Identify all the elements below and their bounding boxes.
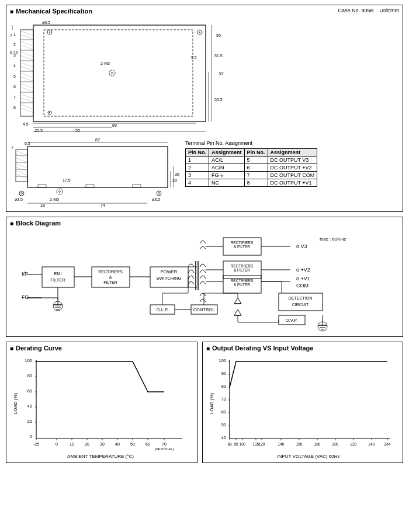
svg-text:& FILTER: & FILTER — [234, 283, 250, 287]
svg-rect-67 — [16, 149, 27, 182]
svg-text:O.L.P.: O.L.P. — [157, 307, 168, 312]
svg-line-10 — [20, 31, 33, 36]
svg-line-18 — [20, 73, 33, 78]
svg-line-77 — [16, 171, 27, 175]
derating-title: Derating Curve — [10, 345, 193, 352]
output-derating-svg: 100 90 80 70 60 50 40 LOAD (%) — [206, 354, 399, 459]
svg-text:51.5: 51.5 — [214, 54, 223, 58]
table-row: 2AC/N6DC OUTPUT +V2 — [186, 164, 317, 172]
svg-text:88: 88 — [227, 442, 232, 446]
svg-text:RECTIFIERS: RECTIFIERS — [231, 241, 254, 245]
terminal-table-container: Terminal Pin No. Assignment Pin No. Assi… — [185, 140, 317, 187]
svg-line-12 — [20, 41, 33, 46]
block-diagram-svg: I/P FG EMI FILTER — [10, 229, 407, 334]
svg-line-13 — [20, 45, 33, 50]
svg-marker-158 — [234, 310, 241, 315]
svg-text:LOAD (%): LOAD (%) — [209, 392, 214, 414]
svg-text:95: 95 — [216, 33, 221, 37]
svg-text:4: 4 — [13, 64, 16, 68]
svg-line-23 — [20, 98, 33, 102]
terminal-pin-table: Pin No. Assignment Pin No. Assignment 1A… — [185, 148, 317, 187]
svg-text:200: 200 — [332, 442, 339, 446]
svg-text:20.5: 20.5 — [34, 128, 43, 133]
table-row: 3FG ⏚7DC OUTPUT COM — [186, 172, 317, 179]
svg-text:COM: COM — [296, 283, 309, 288]
svg-text:EMI: EMI — [54, 271, 61, 276]
svg-text:95: 95 — [234, 442, 238, 446]
svg-point-39 — [112, 72, 113, 74]
mech-spec-title: Mechanical Specification — [10, 8, 92, 15]
svg-line-24 — [20, 105, 33, 109]
svg-point-82 — [57, 189, 63, 194]
svg-text:RECTIFIERS: RECTIFIERS — [231, 279, 254, 283]
svg-text:74: 74 — [100, 203, 105, 207]
svg-point-80 — [21, 193, 23, 194]
svg-point-85 — [157, 191, 161, 196]
svg-text:220: 220 — [351, 442, 357, 446]
svg-text:100: 100 — [219, 358, 226, 363]
svg-text:50: 50 — [130, 442, 135, 446]
svg-text:ø3.5: ø3.5 — [152, 197, 160, 201]
svg-text:O.V.P.: O.V.P. — [286, 318, 297, 323]
svg-text:CONTROL: CONTROL — [193, 307, 215, 312]
svg-text:60: 60 — [145, 442, 150, 446]
derating-chart: 100 80 60 40 20 0 LOAD (%) — [10, 354, 193, 460]
terminal-header-2: Pin No. — [244, 149, 268, 157]
svg-text:0: 0 — [30, 434, 32, 439]
svg-text:20: 20 — [27, 419, 32, 424]
svg-text:fosc : 60KHz: fosc : 60KHz — [320, 237, 346, 242]
svg-text:10: 10 — [70, 442, 74, 446]
svg-line-19 — [20, 77, 33, 81]
svg-text:120: 120 — [259, 442, 265, 446]
svg-line-75 — [16, 164, 27, 168]
svg-text:5: 5 — [13, 74, 16, 78]
mech-bottom-drawing: 87 6.5 — [10, 138, 179, 208]
derating-curve-section: Derating Curve 100 80 60 40 20 — [6, 342, 197, 463]
output-derating-title: Output Derating VS Input Voltage — [206, 345, 399, 352]
svg-text:2-M3: 2-M3 — [50, 197, 59, 201]
svg-text:&: & — [109, 275, 112, 279]
terminal-header-3: Assignment — [268, 149, 317, 157]
mech-top-drawing: 1 2 3 4 5 6 7 8 — [10, 19, 232, 133]
svg-rect-63 — [27, 147, 168, 187]
svg-text:2-M3: 2-M3 — [100, 61, 110, 65]
ip-label: I/P — [22, 271, 28, 277]
svg-text:70: 70 — [162, 442, 167, 446]
svg-text:DETECTION: DETECTION — [289, 296, 312, 300]
svg-text:8.25: 8.25 — [10, 51, 18, 55]
block-diagram-area: I/P FG EMI FILTER — [10, 229, 399, 334]
table-row: 4NC8DC OUTPUT +V1 — [186, 179, 317, 187]
derating-row: Derating Curve 100 80 60 40 20 — [6, 342, 403, 463]
output-derating-chart: 100 90 80 70 60 50 40 LOAD (%) — [206, 354, 399, 460]
svg-line-20 — [20, 84, 33, 88]
svg-text:97: 97 — [219, 71, 224, 75]
svg-marker-156 — [234, 298, 241, 304]
svg-point-37 — [199, 32, 200, 33]
svg-text:70: 70 — [221, 397, 226, 402]
svg-text:7: 7 — [11, 146, 13, 150]
derating-svg: 100 80 60 40 20 0 LOAD (%) — [10, 354, 191, 459]
svg-text:36: 36 — [175, 172, 179, 176]
svg-text:90: 90 — [221, 371, 226, 376]
svg-text:& FILTER: & FILTER — [234, 268, 250, 272]
terminal-header-1: Assignment — [209, 149, 245, 157]
svg-text:6: 6 — [13, 85, 16, 89]
svg-text:17.5: 17.5 — [63, 178, 71, 182]
svg-text:80: 80 — [27, 373, 32, 378]
svg-line-73 — [16, 154, 27, 159]
svg-text:160: 160 — [296, 442, 303, 446]
svg-text:99: 99 — [117, 133, 122, 133]
svg-rect-2 — [20, 30, 33, 116]
svg-text:7: 7 — [13, 95, 16, 99]
svg-text:87: 87 — [95, 138, 100, 142]
page: Mechanical Specification Case No. 905B U… — [0, 0, 409, 468]
svg-text:FILTER: FILTER — [50, 277, 65, 283]
svg-text:0: 0 — [56, 442, 58, 446]
svg-line-72 — [16, 151, 27, 155]
svg-text:1: 1 — [13, 32, 16, 36]
svg-line-15 — [20, 55, 33, 60]
svg-text:50: 50 — [221, 422, 226, 427]
svg-text:6.5: 6.5 — [25, 141, 30, 145]
svg-text:40: 40 — [115, 442, 120, 446]
svg-text:o +V2: o +V2 — [296, 267, 310, 273]
